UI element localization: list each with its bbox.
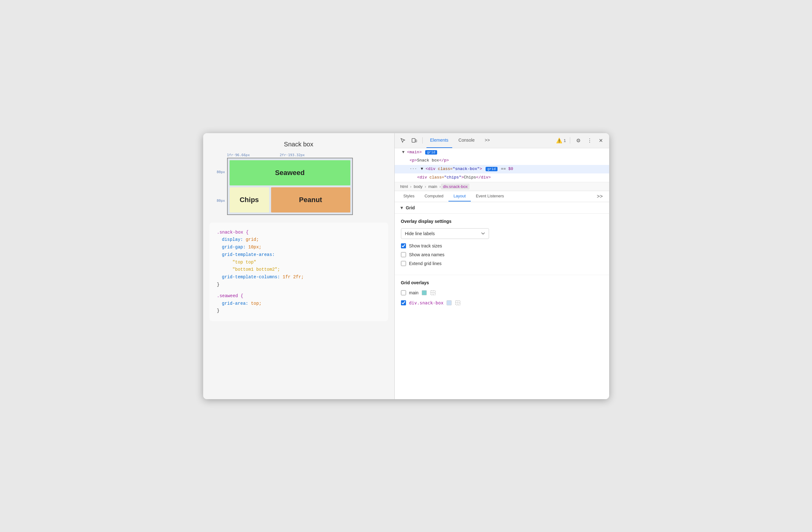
breadcrumb-bar: html › body › main › div.snack-box (395, 182, 609, 191)
show-area-names-label[interactable]: Show area names (409, 252, 445, 257)
row-labels: 80px 80px (216, 158, 227, 215)
toolbar-divider-2 (570, 137, 570, 143)
line-labels-select[interactable]: Hide line labels Show line labels Show a… (401, 228, 489, 239)
settings-icon[interactable]: ⚙ (574, 136, 583, 145)
tab-more-subtabs[interactable]: >> (594, 191, 605, 202)
overlay-main-color[interactable] (422, 290, 427, 295)
code-prop-columns: grid-template-columns: (222, 275, 283, 280)
tab-computed[interactable]: Computed (420, 191, 448, 201)
code-string-2: "bottom1 bottom2"; (222, 267, 280, 272)
code-selector-2: .seaweed { (217, 293, 243, 298)
dom-line-p[interactable]: <p>Snack box</p> (395, 156, 609, 165)
code-close-1: } (217, 282, 219, 287)
tab-styles[interactable]: Styles (398, 191, 420, 201)
overlay-snackbox-grid-icon[interactable] (455, 300, 461, 306)
dom-line-chips[interactable]: <div class="chips">Chips</div> (395, 173, 609, 182)
breadcrumb-main[interactable]: main (426, 183, 439, 190)
overlay-settings-title: Overlay display settings (401, 219, 603, 224)
dropdown-row: Hide line labels Show line labels Show a… (401, 228, 603, 239)
code-selector-1: .snack-box { (217, 230, 249, 235)
svg-rect-0 (412, 139, 415, 142)
track-label-col2: 2fr·193.32px (280, 153, 305, 157)
track-label-col1: 1fr·96.66px (227, 153, 277, 157)
code-prop-display: display: (222, 237, 246, 242)
grid-overlays-title: Grid overlays (401, 280, 603, 285)
overlay-main-grid-icon[interactable] (430, 290, 436, 296)
tab-more[interactable]: >> (481, 133, 493, 148)
row-label-2: 80px (216, 199, 227, 203)
extend-grid-lines-label[interactable]: Extend grid lines (409, 261, 442, 266)
grid-section-header[interactable]: ▼ Grid (395, 202, 609, 214)
close-icon[interactable]: ✕ (597, 136, 605, 145)
breadcrumb-html[interactable]: html (398, 183, 410, 190)
section-arrow: ▼ (400, 205, 404, 210)
more-options-icon[interactable]: ⋮ (585, 136, 594, 145)
section-title: Grid (406, 205, 415, 210)
code-block-1: .snack-box { display: grid; grid-gap: 10… (217, 229, 380, 289)
dom-area: ▼ <main> grid <p>Snack box</p> ··· ▼ <di… (395, 148, 609, 182)
show-track-sizes-label[interactable]: Show track sizes (409, 243, 442, 248)
cell-seaweed: Seaweed (230, 160, 350, 185)
track-labels-top: 1fr·96.66px 2fr·193.32px (227, 153, 382, 157)
overlay-snackbox-label[interactable]: div.snack-box (409, 300, 444, 305)
show-track-sizes-checkbox[interactable] (401, 243, 406, 248)
show-track-sizes-row: Show track sizes (401, 243, 603, 248)
show-area-names-checkbox[interactable] (401, 252, 406, 257)
dom-line-main[interactable]: ▼ <main> grid (395, 148, 609, 157)
layout-content: ▼ Grid Overlay display settings Hide lin… (395, 202, 609, 399)
devtools-panel: Elements Console >> ⚠️ 1 ⚙ ⋮ ✕ ▼ <main> … (394, 133, 609, 399)
overlay-settings-group: Overlay display settings Hide line label… (395, 214, 609, 275)
inspect-icon[interactable] (398, 136, 407, 145)
grid-visual: Seaweed Chips Peanut (227, 158, 353, 215)
tab-layout[interactable]: Layout (448, 191, 471, 201)
code-close-2: } (217, 308, 219, 313)
toolbar-divider-1 (422, 137, 423, 143)
warning-icon: ⚠️ (556, 138, 562, 143)
browser-window: Snack box 1fr·96.66px 2fr·193.32px 80px … (203, 133, 609, 399)
overlay-snackbox-color[interactable] (447, 300, 452, 305)
svg-rect-1 (416, 140, 417, 142)
overlay-main-checkbox[interactable] (401, 290, 406, 295)
show-area-names-row: Show area names (401, 252, 603, 257)
tab-event-listeners[interactable]: Event Listeners (471, 191, 509, 201)
browser-content: Snack box 1fr·96.66px 2fr·193.32px 80px … (203, 133, 394, 399)
page-title: Snack box (203, 133, 394, 153)
overlay-main-row: main (401, 290, 603, 296)
overlay-snackbox-row: div.snack-box (401, 300, 603, 306)
extend-grid-lines-row: Extend grid lines (401, 261, 603, 266)
overlay-main-label[interactable]: main (409, 290, 419, 295)
device-toggle-icon[interactable] (410, 136, 419, 145)
grid-container-wrapper: 80px 80px Seaweed Chips Peanut (216, 158, 382, 215)
row-label-1: 80px (216, 170, 227, 174)
tab-elements[interactable]: Elements (426, 133, 452, 148)
extend-grid-lines-checkbox[interactable] (401, 261, 406, 266)
code-prop-areas: grid-template-areas: (222, 252, 275, 257)
code-prop-gap: grid-gap: (222, 244, 248, 250)
breadcrumb-body[interactable]: body (412, 183, 424, 190)
code-prop-area: grid-area: (222, 301, 251, 306)
overlay-snackbox-checkbox[interactable] (401, 300, 406, 305)
tab-console[interactable]: Console (455, 133, 478, 148)
devtools-toolbar: Elements Console >> ⚠️ 1 ⚙ ⋮ ✕ (395, 133, 609, 148)
code-string-1: "top top" (222, 260, 256, 265)
toolbar-warning: ⚠️ 1 (556, 138, 566, 143)
cell-chips: Chips (230, 187, 269, 212)
subtabs-bar: Styles Computed Layout Event Listeners >… (395, 191, 609, 202)
code-panel: .snack-box { display: grid; grid-gap: 10… (209, 223, 388, 321)
breadcrumb-snackbox[interactable]: div.snack-box (441, 183, 469, 190)
cell-peanut: Peanut (271, 187, 350, 212)
grid-overlays-section: Grid overlays main div.sn (395, 275, 609, 315)
dom-line-snackbox[interactable]: ··· ▼ <div class="snack-box"> grid == $0 (395, 165, 609, 173)
grid-demo-area: 1fr·96.66px 2fr·193.32px 80px 80px Seawe… (216, 153, 382, 215)
code-block-2: .seaweed { grid-area: top; } (217, 292, 380, 315)
